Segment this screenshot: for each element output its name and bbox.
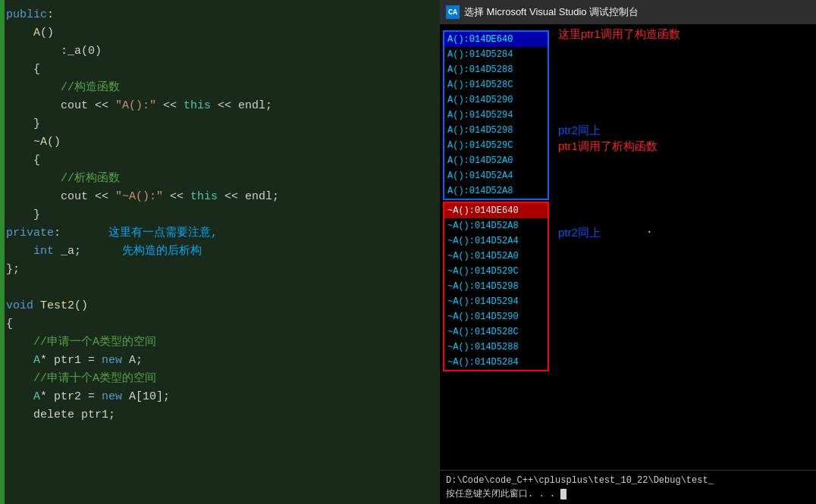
code-line: }; bbox=[0, 261, 440, 279]
addr-line: ~A():014D5288 bbox=[444, 340, 548, 355]
code-line: public: bbox=[0, 6, 440, 24]
code-line: int _a; 先构造的后析构 bbox=[0, 243, 440, 261]
code-line: A() bbox=[0, 24, 440, 42]
addr-line: A():014D52A4 bbox=[444, 168, 548, 183]
footer-pause: 按任意键关闭此窗口. . . bbox=[446, 487, 810, 501]
fn-a: A bbox=[33, 25, 40, 42]
code-line: private: 这里有一点需要注意, bbox=[0, 224, 440, 243]
addr-box-top: A():014DE640 A():014D5284 A():014D5288 A… bbox=[443, 30, 549, 200]
code-line: //构造函数 bbox=[0, 79, 440, 97]
console-title-bar: CA 选择 Microsoft Visual Studio 调试控制台 bbox=[440, 0, 816, 24]
console-panel: CA 选择 Microsoft Visual Studio 调试控制台 A():… bbox=[440, 0, 816, 504]
addr-line: A():014D5298 bbox=[444, 123, 548, 138]
addr-column: A():014DE640 A():014D5284 A():014D5288 A… bbox=[440, 24, 552, 470]
dot-marker: · bbox=[646, 226, 653, 239]
annotation-constructor: 这里ptr1调用了构造函数 bbox=[558, 27, 810, 42]
code-line: cout << "A():" << this << endl; bbox=[0, 97, 440, 115]
fn-destructor: A bbox=[40, 134, 47, 151]
annotation-note2: 先构造的后析构 bbox=[122, 243, 202, 260]
footer-path: D:\Code\code_C++\cplusplus\test_10_22\De… bbox=[446, 474, 810, 487]
addr-line: ~A():014D5284 bbox=[444, 355, 548, 370]
code-panel: public: A() :_a(0) { //构造函数 cout << "A()… bbox=[0, 0, 440, 504]
addr-line: ~A():014D52A4 bbox=[444, 233, 548, 249]
code-line: //申请十个A类型的空间 bbox=[0, 370, 440, 388]
console-footer: D:\Code\code_C++\cplusplus\test_10_22\De… bbox=[440, 470, 816, 504]
code-line: void Test2() bbox=[0, 297, 440, 315]
fn-test2: Test2 bbox=[40, 298, 74, 315]
console-body: A():014DE640 A():014D5284 A():014D5288 A… bbox=[440, 24, 816, 470]
addr-line: A():014D5290 bbox=[444, 92, 548, 108]
addr-line: ~A():014D5298 bbox=[444, 279, 548, 294]
console-title-text: 选择 Microsoft Visual Studio 调试控制台 bbox=[464, 5, 639, 19]
annotation-ptr2-top: ptr2同上 bbox=[558, 124, 810, 138]
code-line: } bbox=[0, 206, 440, 224]
code-line: { bbox=[0, 152, 440, 170]
code-line: A* ptr2 = new A[10]; bbox=[0, 388, 440, 406]
code-line: } bbox=[0, 115, 440, 133]
addr-line: ~A():014D52A0 bbox=[444, 249, 548, 264]
code-line: :_a(0) bbox=[0, 42, 440, 61]
addr-line: A():014D52A8 bbox=[444, 183, 548, 199]
code-line: //析构函数 bbox=[0, 170, 440, 188]
addr-line: A():014D52A0 bbox=[444, 153, 548, 168]
code-line: ~A() bbox=[0, 133, 440, 152]
annotations-column: 这里ptr1调用了构造函数 ptr2同上 ptr1调用了析构函数 ptr2同上 … bbox=[552, 24, 816, 470]
addr-line: A():014D5284 bbox=[444, 47, 548, 62]
code-line: { bbox=[0, 315, 440, 333]
addr-line: ~A():014D528C bbox=[444, 324, 548, 340]
addr-line: ~A():014D529C bbox=[444, 264, 548, 279]
code-line: A* ptr1 = new A; bbox=[0, 352, 440, 370]
addr-line: ~A():014D52A8 bbox=[444, 218, 548, 233]
annotation-note1: 这里有一点需要注意, bbox=[108, 225, 218, 242]
addr-line: ~A():014D5290 bbox=[444, 309, 548, 324]
keyword-public: public bbox=[6, 7, 47, 23]
code-line: //申请一个A类型的空间 bbox=[0, 333, 440, 352]
addr-line: ~A():014D5294 bbox=[444, 294, 548, 309]
code-line: { bbox=[0, 61, 440, 79]
code-line: cout << "~A():" << this << endl; bbox=[0, 188, 440, 206]
addr-box-bottom: ~A():014DE640 ~A():014D52A8 ~A():014D52A… bbox=[443, 202, 549, 371]
code-line bbox=[0, 279, 440, 297]
line-bar bbox=[0, 0, 5, 504]
addr-line: A():014D529C bbox=[444, 138, 548, 153]
addr-highlight-bottom: ~A():014DE640 bbox=[444, 203, 548, 218]
annotation-ptr2-bottom: ptr2同上 bbox=[558, 226, 601, 240]
addr-line: A():014D528C bbox=[444, 77, 548, 92]
cursor bbox=[560, 489, 566, 499]
annotation-ptr1-destructor: ptr1调用了析构函数 bbox=[558, 139, 810, 154]
addr-line: A():014D5288 bbox=[444, 62, 548, 77]
addr-line: A():014D5294 bbox=[444, 108, 548, 123]
addr-highlight-top: A():014DE640 bbox=[444, 32, 548, 47]
code-line: delete ptr1; bbox=[0, 406, 440, 424]
console-icon: CA bbox=[446, 5, 460, 19]
